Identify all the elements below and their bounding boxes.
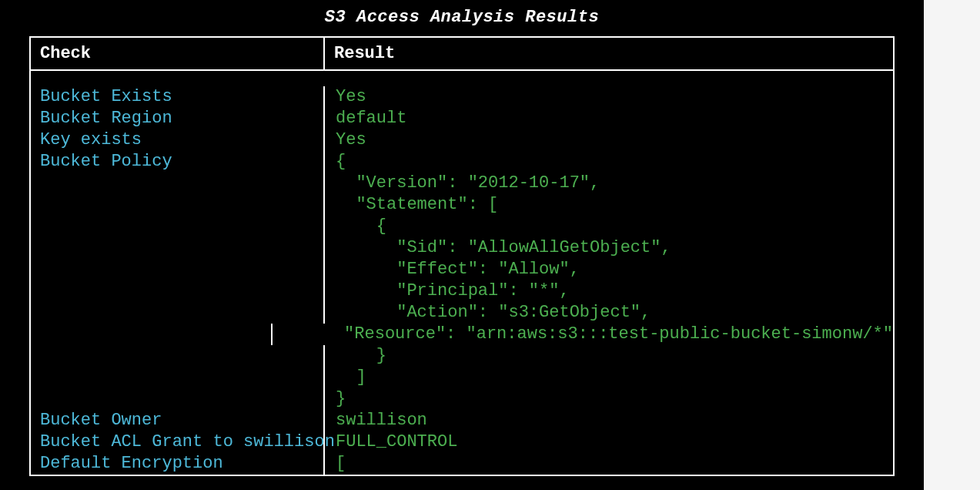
result-cell: "Effect": "Allow", (325, 259, 893, 280)
table-row: } (31, 345, 893, 367)
table-row: Default Encryption[ (31, 453, 893, 475)
check-cell (31, 388, 325, 410)
check-cell: Bucket Owner (31, 410, 325, 431)
result-cell: } (325, 345, 893, 367)
header-check: Check (31, 38, 325, 69)
result-cell: swillison (325, 410, 893, 431)
check-cell (31, 367, 325, 388)
result-cell: { (325, 151, 893, 173)
result-cell: [ (325, 453, 893, 475)
result-cell: default (325, 108, 893, 129)
result-cell: { (325, 216, 893, 237)
check-cell: Bucket ACL Grant to swillison (31, 431, 325, 453)
check-cell: Bucket Policy (31, 151, 325, 173)
check-cell (31, 237, 325, 259)
results-title: S3 Access Analysis Results (0, 8, 924, 27)
result-cell: "Statement": [ (325, 194, 893, 216)
table-row: "Resource": "arn:aws:s3:::test-public-bu… (31, 324, 893, 345)
table-row: Bucket ACL Grant to swillisonFULL_CONTRO… (31, 431, 893, 453)
result-cell: "Principal": "*", (325, 280, 893, 302)
result-cell: FULL_CONTROL (325, 431, 893, 453)
check-cell (31, 259, 325, 280)
check-cell (31, 280, 325, 302)
check-cell: Key exists (31, 129, 325, 151)
check-cell (31, 194, 325, 216)
check-cell: Bucket Exists (31, 86, 325, 108)
table-row: "Effect": "Allow", (31, 259, 893, 280)
table-row: "Statement": [ (31, 194, 893, 216)
table-row: { (31, 216, 893, 237)
table-row: Bucket Regiondefault (31, 108, 893, 129)
check-cell (31, 324, 273, 345)
table-header-row: Check Result (31, 38, 893, 71)
check-cell (31, 173, 325, 194)
table-row: ] (31, 367, 893, 388)
header-result: Result (325, 38, 893, 69)
result-cell: "Resource": "arn:aws:s3:::test-public-bu… (273, 324, 893, 345)
table-row: Bucket Policy{ (31, 151, 893, 173)
result-cell: } (325, 388, 893, 410)
check-cell (31, 345, 325, 367)
result-cell: ] (325, 367, 893, 388)
result-cell: Yes (325, 86, 893, 108)
table-row: "Sid": "AllowAllGetObject", (31, 237, 893, 259)
table-row: } (31, 388, 893, 410)
check-cell (31, 302, 325, 324)
table-body: Bucket ExistsYes Bucket Regiondefault Ke… (31, 71, 893, 475)
terminal-window: S3 Access Analysis Results Check Result … (0, 0, 924, 490)
result-cell: Yes (325, 129, 893, 151)
table-row: "Action": "s3:GetObject", (31, 302, 893, 324)
table-row: "Principal": "*", (31, 280, 893, 302)
results-table: Check Result Bucket ExistsYes Bucket Reg… (29, 36, 895, 476)
table-row: Key existsYes (31, 129, 893, 151)
table-row: "Version": "2012-10-17", (31, 173, 893, 194)
table-row: Bucket Ownerswillison (31, 410, 893, 431)
table-row: Bucket ExistsYes (31, 86, 893, 108)
result-cell: "Version": "2012-10-17", (325, 173, 893, 194)
result-cell: "Sid": "AllowAllGetObject", (325, 237, 893, 259)
check-cell: Default Encryption (31, 453, 325, 475)
check-cell (31, 216, 325, 237)
check-cell: Bucket Region (31, 108, 325, 129)
result-cell: "Action": "s3:GetObject", (325, 302, 893, 324)
